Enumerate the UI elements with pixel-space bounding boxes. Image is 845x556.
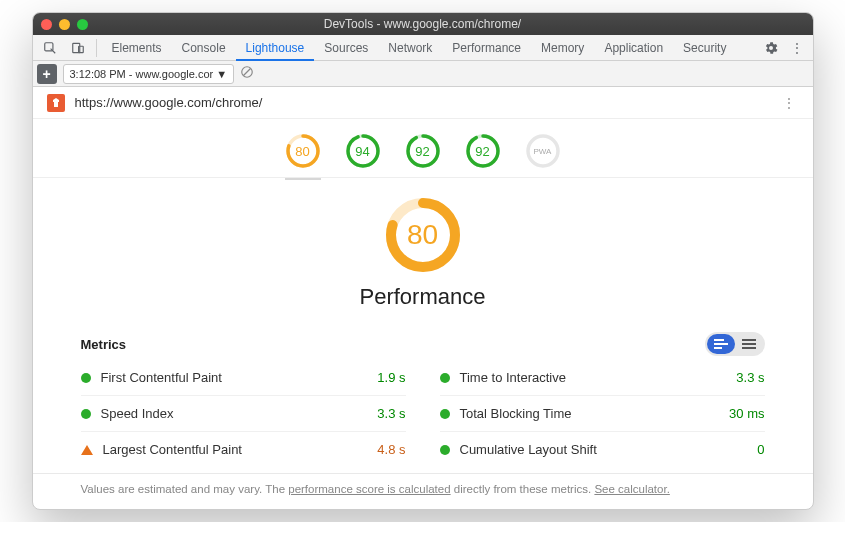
devtools-window: DevTools - www.google.com/chrome/ Elemen…	[32, 12, 814, 510]
tab-network[interactable]: Network	[378, 35, 442, 61]
close-window-button[interactable]	[41, 19, 52, 30]
metric-label: Total Blocking Time	[460, 406, 572, 421]
report-menu-icon[interactable]: ⋮	[783, 96, 799, 110]
window-controls	[41, 19, 88, 30]
svg-line-4	[244, 69, 251, 76]
window-title: DevTools - www.google.com/chrome/	[33, 17, 813, 31]
metric-row: Speed Index3.3 s	[81, 395, 406, 431]
pass-icon	[440, 373, 450, 383]
inspect-icon[interactable]	[37, 37, 63, 59]
minimize-window-button[interactable]	[59, 19, 70, 30]
metric-row: Total Blocking Time30 ms	[440, 395, 765, 431]
tab-lighthouse[interactable]: Lighthouse	[236, 35, 315, 61]
tab-security[interactable]: Security	[673, 35, 736, 61]
more-menu-icon[interactable]: ⋮	[785, 41, 809, 55]
panel-tabs: ElementsConsoleLighthouseSourcesNetworkP…	[33, 35, 813, 61]
metrics-footnote: Values are estimated and may vary. The p…	[33, 473, 813, 509]
lighthouse-toolbar: + 3:12:08 PM - www.google.cor ▼	[33, 61, 813, 87]
metric-row: Largest Contentful Paint4.8 s	[81, 431, 406, 467]
performance-summary: 80 Performance	[33, 178, 813, 322]
clear-icon[interactable]	[240, 65, 254, 82]
tab-performance[interactable]: Performance	[442, 35, 531, 61]
pass-icon	[440, 409, 450, 419]
metric-label: Largest Contentful Paint	[103, 442, 242, 457]
metric-row: Time to Interactive3.3 s	[440, 360, 765, 395]
category-gauge-1[interactable]: 94	[345, 133, 381, 169]
chevron-down-icon: ▼	[216, 68, 227, 80]
new-report-button[interactable]: +	[37, 64, 57, 84]
category-gauge-3[interactable]: 92	[465, 133, 501, 169]
metric-label: First Contentful Paint	[101, 370, 222, 385]
titlebar: DevTools - www.google.com/chrome/	[33, 13, 813, 35]
view-expanded-icon[interactable]	[707, 334, 735, 354]
separator	[96, 39, 97, 57]
tab-application[interactable]: Application	[594, 35, 673, 61]
category-gauge-4[interactable]: PWA	[525, 133, 561, 169]
metric-value: 0	[757, 442, 764, 457]
footnote-text2: directly from these metrics.	[451, 483, 595, 495]
report-select-label: 3:12:08 PM - www.google.cor	[70, 68, 214, 80]
metric-row: Cumulative Layout Shift0	[440, 431, 765, 467]
metrics-heading: Metrics	[81, 337, 127, 352]
view-compact-icon[interactable]	[735, 334, 763, 354]
metric-row: First Contentful Paint1.9 s	[81, 360, 406, 395]
metric-label: Speed Index	[101, 406, 174, 421]
tab-console[interactable]: Console	[172, 35, 236, 61]
settings-icon[interactable]	[759, 40, 783, 56]
svg-rect-16	[714, 339, 724, 341]
svg-rect-21	[742, 347, 756, 349]
report-url-row: https://www.google.com/chrome/ ⋮	[33, 87, 813, 119]
metric-value: 3.3 s	[377, 406, 405, 421]
metrics-section: Metrics First Contentful Paint1.9 sTime …	[33, 322, 813, 473]
performance-gauge: 80	[384, 196, 462, 274]
category-gauge-2[interactable]: 92	[405, 133, 441, 169]
metric-value: 3.3 s	[736, 370, 764, 385]
tab-memory[interactable]: Memory	[531, 35, 594, 61]
svg-rect-17	[714, 343, 728, 345]
pass-icon	[81, 373, 91, 383]
performance-title: Performance	[33, 284, 813, 310]
report-url: https://www.google.com/chrome/	[75, 95, 773, 110]
metrics-view-toggle[interactable]	[705, 332, 765, 356]
warning-icon	[81, 445, 93, 455]
tab-elements[interactable]: Elements	[102, 35, 172, 61]
zoom-window-button[interactable]	[77, 19, 88, 30]
metric-label: Time to Interactive	[460, 370, 566, 385]
svg-rect-19	[742, 339, 756, 341]
footnote-text: Values are estimated and may vary. The	[81, 483, 289, 495]
footnote-link-calculator[interactable]: See calculator.	[594, 483, 669, 495]
lighthouse-icon	[47, 94, 65, 112]
category-gauges: 80949292PWA	[33, 119, 813, 178]
device-toggle-icon[interactable]	[65, 37, 91, 59]
tab-sources[interactable]: Sources	[314, 35, 378, 61]
report-select[interactable]: 3:12:08 PM - www.google.cor ▼	[63, 64, 235, 84]
svg-rect-18	[714, 347, 722, 349]
metric-label: Cumulative Layout Shift	[460, 442, 597, 457]
metric-value: 4.8 s	[377, 442, 405, 457]
footnote-link-calculation[interactable]: performance score is calculated	[288, 483, 450, 495]
svg-rect-20	[742, 343, 756, 345]
metric-value: 1.9 s	[377, 370, 405, 385]
pass-icon	[440, 445, 450, 455]
category-gauge-0[interactable]: 80	[285, 133, 321, 169]
pass-icon	[81, 409, 91, 419]
metric-value: 30 ms	[729, 406, 764, 421]
performance-score: 80	[384, 196, 462, 274]
